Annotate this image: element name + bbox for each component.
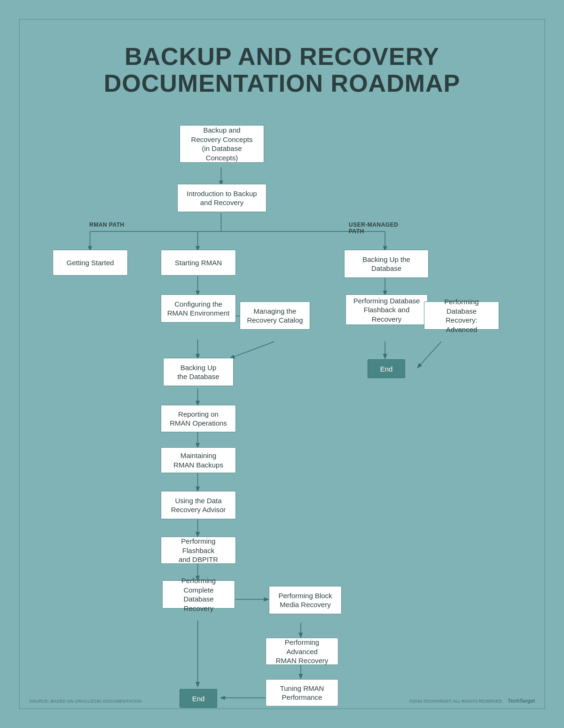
box-backup-recovery-concepts: Backup and Recovery Concepts (in Databas… xyxy=(180,125,264,163)
box-db-flashback-recovery: Performing Database Flashback and Recove… xyxy=(345,294,428,325)
box-tuning-rman: Tuning RMAN Performance xyxy=(266,679,338,706)
box-end-rman: End xyxy=(180,689,217,708)
box-getting-started: Getting Started xyxy=(53,250,128,276)
box-end-user: End xyxy=(368,359,405,378)
inner-frame: BACKUP AND RECOVERY DOCUMENTATION ROADMA… xyxy=(19,19,545,709)
footer-source: SOURCE: BASED ON ORACLE/18c DOCUMENTATIO… xyxy=(29,699,142,704)
page: BACKUP AND RECOVERY DOCUMENTATION ROADMA… xyxy=(0,0,564,728)
title-line1: BACKUP AND RECOVERY xyxy=(125,43,439,70)
box-data-recovery-advisor: Using the Data Recovery Advisor xyxy=(161,491,236,519)
box-block-media-recovery: Performing Block Media Recovery xyxy=(269,586,342,614)
box-managing-recovery-catalog: Managing the Recovery Catalog xyxy=(240,301,310,330)
box-backing-up-rman: Backing Up the Database xyxy=(163,358,234,386)
rman-path-label: RMAN PATH xyxy=(89,222,125,228)
box-reporting-rman: Reporting on RMAN Operations xyxy=(161,405,236,432)
box-flashback-dbpitr: Performing Flashback and DBPITR xyxy=(161,537,236,564)
footer-logo: TechTarget xyxy=(508,698,535,704)
box-configuring-rman: Configuring the RMAN Environment xyxy=(161,294,236,323)
box-advanced-rman-recovery: Performing Advanced RMAN Recovery xyxy=(266,638,338,665)
svg-line-23 xyxy=(418,342,441,368)
box-intro-backup: Introduction to Backup and Recovery xyxy=(177,184,266,212)
user-managed-label: USER-MANAGED PATH xyxy=(349,222,398,235)
box-backing-up-user: Backing Up the Database xyxy=(344,250,429,278)
title-line2: DOCUMENTATION ROADMAP xyxy=(104,70,461,97)
box-maintaining-rman: Maintaining RMAN Backups xyxy=(161,447,236,473)
box-starting-rman: Starting RMAN xyxy=(161,250,236,276)
box-db-recovery-advanced: Performing Database Recovery: Advanced xyxy=(424,301,499,330)
box-complete-recovery: Performing Complete Database Recovery xyxy=(162,580,235,609)
arrows-overlay xyxy=(20,111,544,708)
footer-copyright: ©2019 TECHTARGET. ALL RIGHTS RESERVED. T… xyxy=(409,698,535,704)
flowchart: RMAN PATH USER-MANAGED PATH Backup and R… xyxy=(20,111,544,708)
svg-line-8 xyxy=(230,342,274,358)
page-title: BACKUP AND RECOVERY DOCUMENTATION ROADMA… xyxy=(20,20,544,111)
